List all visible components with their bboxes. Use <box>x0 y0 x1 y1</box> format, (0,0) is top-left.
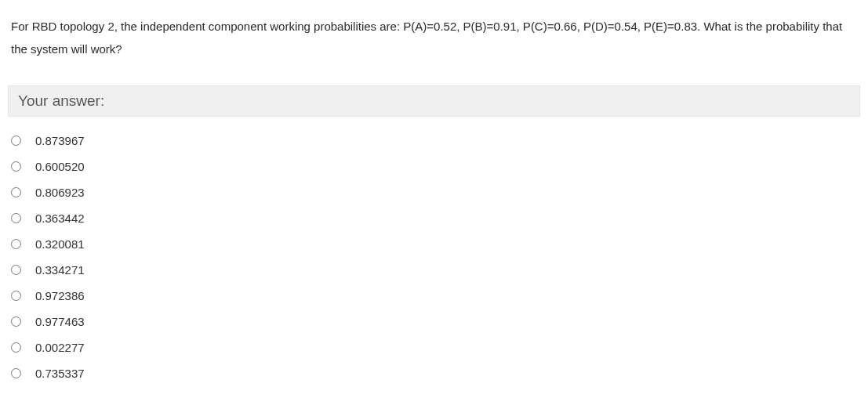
option-row: 0.334271 <box>11 257 857 283</box>
option-radio-8[interactable] <box>11 342 21 353</box>
option-row: 0.735337 <box>11 360 857 386</box>
answer-header: Your answer: <box>8 85 860 117</box>
option-row: 0.806923 <box>11 179 857 205</box>
option-label[interactable]: 0.320081 <box>35 237 85 251</box>
option-label[interactable]: 0.363442 <box>35 212 85 225</box>
option-label[interactable]: 0.600520 <box>35 160 85 173</box>
option-label[interactable]: 0.002277 <box>35 341 85 354</box>
option-row: 0.873967 <box>11 128 857 154</box>
option-radio-7[interactable] <box>11 317 21 327</box>
question-text: For RBD topology 2, the independent comp… <box>0 0 868 76</box>
option-row: 0.320081 <box>11 231 857 257</box>
option-label[interactable]: 0.735337 <box>35 367 85 380</box>
option-label[interactable]: 0.977463 <box>35 315 85 328</box>
option-radio-3[interactable] <box>11 213 21 223</box>
option-row: 0.600520 <box>11 154 857 179</box>
option-row: 0.972386 <box>11 283 857 309</box>
option-row: 0.002277 <box>11 335 857 360</box>
option-radio-5[interactable] <box>11 265 21 275</box>
option-row: 0.363442 <box>11 205 857 231</box>
option-radio-6[interactable] <box>11 291 21 301</box>
option-label[interactable]: 0.972386 <box>35 289 85 302</box>
option-radio-1[interactable] <box>11 161 21 172</box>
option-row: 0.977463 <box>11 309 857 335</box>
option-label[interactable]: 0.873967 <box>35 134 85 147</box>
option-label[interactable]: 0.806923 <box>35 186 85 199</box>
option-radio-9[interactable] <box>11 368 21 378</box>
option-radio-2[interactable] <box>11 187 21 197</box>
option-radio-0[interactable] <box>11 136 21 146</box>
options-list: 0.873967 0.600520 0.806923 0.363442 0.32… <box>0 128 868 386</box>
option-radio-4[interactable] <box>11 239 21 249</box>
option-label[interactable]: 0.334271 <box>35 263 85 277</box>
